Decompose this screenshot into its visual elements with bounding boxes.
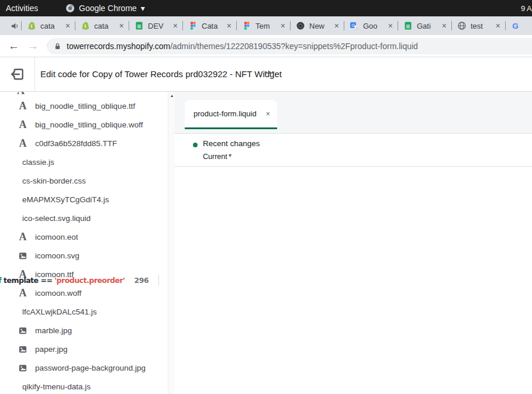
active-tab-underline: [185, 127, 277, 129]
font-file-icon: A: [16, 119, 29, 131]
browser-tab-label: Tem: [255, 22, 279, 30]
sheets-favicon-icon: [134, 21, 144, 30]
code-editor-pane: product-form.liquid × Recent changes Cur…: [175, 92, 532, 394]
browser-tab-Tem[interactable]: Tem ×: [236, 16, 290, 35]
editor-tab-bar: product-form.liquid ×: [175, 92, 532, 133]
browser-tab-label: cata: [94, 22, 118, 30]
app-menu[interactable]: Google Chrome ▾: [65, 4, 145, 13]
browser-tab-label: Goo: [363, 22, 387, 30]
chrome-logo-icon: [65, 4, 75, 13]
sidebar-scrollbar[interactable]: ▲: [168, 92, 175, 394]
editor-tab-label: product-form.liquid: [194, 109, 265, 118]
svg-text:文: 文: [355, 26, 358, 29]
browser-tab-cata[interactable]: cata ×: [75, 16, 129, 35]
dark-globe-favicon-icon: [296, 21, 305, 30]
file-list-item[interactable]: A c0df3a6b528fdd85.TTF: [0, 134, 168, 153]
file-name: classie.js: [22, 158, 54, 167]
tab-close-icon[interactable]: ×: [442, 21, 447, 30]
code-area[interactable]: [175, 167, 532, 394]
app-menu-label: Google Chrome: [79, 4, 137, 13]
globe-favicon-icon: [457, 21, 467, 30]
code-file-icon: {/}: [0, 167, 168, 394]
browser-tab-partial[interactable]: G ×: [505, 16, 528, 35]
browser-tab-label: DEV: [148, 22, 172, 30]
lock-icon: [54, 42, 61, 50]
page-header: Edit code for Copy of Tower Records prd0…: [0, 57, 532, 92]
tab-close-icon[interactable]: ×: [388, 21, 393, 30]
browser-tab-strip: cata × cata × DEV × Cata × Tem × New: [0, 16, 532, 35]
recent-changes-label: Recent changes: [203, 139, 260, 148]
sheets-favicon-icon: [403, 21, 413, 30]
editor-tab-close-icon[interactable]: ×: [265, 109, 270, 118]
browser-tab-New[interactable]: New ×: [290, 16, 344, 35]
browser-tab-label: Cata: [202, 22, 226, 30]
more-actions-button[interactable]: •••: [264, 67, 275, 77]
address-bar[interactable]: towerrecords.myshopify.com/admin/themes/…: [47, 38, 532, 54]
browser-tab-cata[interactable]: cata ×: [21, 16, 75, 35]
browser-tab-test[interactable]: test ×: [451, 16, 505, 35]
speaker-icon: [8, 22, 21, 30]
file-name: c0df3a6b528fdd85.TTF: [35, 139, 117, 148]
tab-close-icon[interactable]: ×: [65, 21, 70, 30]
activities-button[interactable]: Activities: [6, 4, 38, 13]
file-name: big_noodle_titling_oblique.woff: [35, 120, 143, 129]
forward-button: →: [27, 40, 39, 53]
file-sidebar: A A big_noodle_titling_oblique.ttf A big…: [0, 92, 168, 394]
translate-favicon-icon: G文: [350, 21, 359, 30]
google-favicon-icon: G: [511, 21, 520, 30]
version-dropdown[interactable]: Current: [203, 153, 227, 161]
shopify-favicon-icon: [81, 21, 90, 30]
file-list-item[interactable]: {/} qikify-tmenu-data.js: [0, 377, 168, 394]
figma-favicon-icon: [188, 21, 198, 30]
browser-tab-label: test: [471, 22, 495, 30]
recent-changes-panel: Recent changes Current ▾: [175, 133, 532, 167]
browser-tab-Gati[interactable]: Gati ×: [398, 16, 451, 35]
tab-close-icon[interactable]: ×: [119, 21, 124, 30]
figma-favicon-icon: [242, 21, 251, 30]
browser-tab-DEV[interactable]: DEV ×: [129, 16, 182, 35]
status-dot: [193, 143, 198, 147]
tab-close-icon[interactable]: ×: [496, 21, 500, 30]
browser-tab-Cata[interactable]: Cata ×: [182, 16, 236, 35]
file-list-item[interactable]: A big_noodle_titling_oblique.woff: [0, 115, 168, 134]
page-title: Edit code for Copy of Tower Records prd0…: [40, 69, 282, 79]
chevron-down-icon: ▾: [229, 152, 232, 158]
url-path: /admin/themes/122208190535?key=snippets%…: [170, 42, 418, 51]
browser-tab-label: Gati: [417, 22, 441, 30]
browser-tab-label: cata: [40, 22, 64, 30]
tab-close-icon[interactable]: ×: [227, 21, 232, 30]
app-menu-caret: ▾: [141, 4, 145, 13]
tab-close-icon[interactable]: ×: [281, 21, 285, 30]
os-clock[interactable]: 9 A: [521, 4, 532, 13]
browser-tab-Goo[interactable]: G文 Goo ×: [344, 16, 398, 35]
os-top-bar: Activities Google Chrome ▾ 9 A: [0, 0, 532, 16]
font-file-icon: A: [16, 100, 29, 112]
browser-tab-label: New: [309, 22, 333, 30]
tab-close-icon[interactable]: ×: [173, 21, 178, 30]
file-name: big_noodle_titling_oblique.ttf: [35, 102, 135, 110]
file-list-item-partial: A: [0, 92, 168, 96]
font-file-icon: A: [16, 137, 29, 150]
browser-toolbar: ← → ⟳ towerrecords.myshopify.com/admin/t…: [0, 35, 532, 57]
header-divider: [34, 57, 35, 91]
back-button[interactable]: ←: [8, 40, 19, 53]
tab-close-icon[interactable]: ×: [334, 21, 339, 30]
exit-code-editor-button[interactable]: [10, 67, 25, 82]
svg-text:G: G: [512, 22, 519, 30]
url-domain: towerrecords.myshopify.com: [67, 42, 170, 51]
url-text: towerrecords.myshopify.com/admin/themes/…: [67, 42, 418, 51]
editor-tab-product-form[interactable]: product-form.liquid ×: [185, 100, 277, 127]
file-list-item[interactable]: A big_noodle_titling_oblique.ttf: [0, 96, 168, 115]
shopify-favicon-icon: [27, 21, 36, 30]
